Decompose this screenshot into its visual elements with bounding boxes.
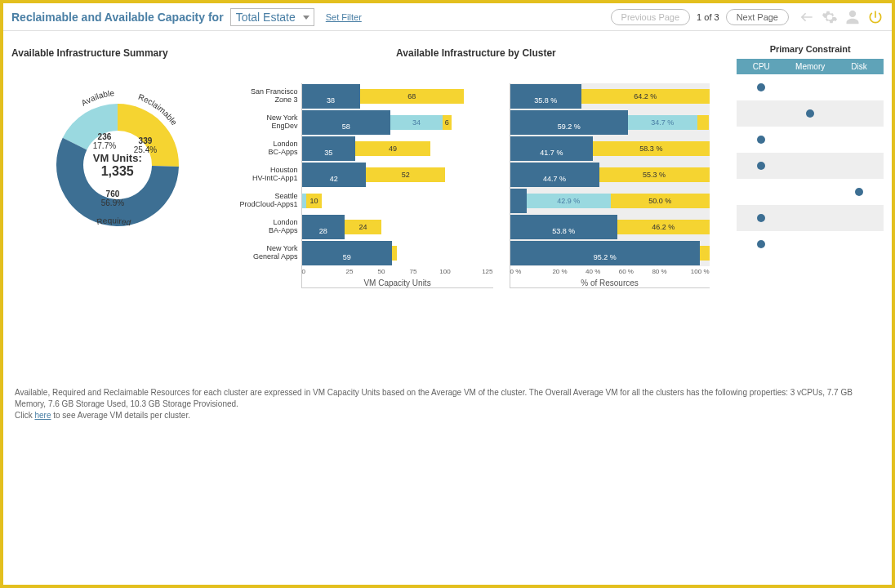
- bar-segment: 35: [302, 136, 356, 161]
- chevron-down-icon: [303, 16, 309, 20]
- footnote-line1: Available, Required and Reclaimable Reso…: [15, 388, 853, 408]
- units-bar: 3549: [302, 136, 493, 162]
- bar-segment: 42: [302, 163, 367, 187]
- bar-segment: 42.9 %: [527, 194, 611, 208]
- bar-segment: 68: [360, 89, 464, 104]
- cluster-label: LondonBC-Apps: [224, 136, 301, 162]
- power-icon[interactable]: [867, 9, 884, 25]
- constraint-row: [737, 205, 884, 231]
- units-bar: 3868: [302, 83, 493, 109]
- pct-bar: 59.2 %34.7 %: [510, 109, 710, 136]
- bar-segment: 55.3 %: [599, 167, 710, 182]
- bar-segment: 58.3 %: [593, 141, 709, 156]
- bar-segment: 53.8 %: [510, 215, 617, 239]
- header-bar: Reclaimable and Available Capacity for T…: [3, 3, 892, 31]
- constraint-col-cpu: CPU: [737, 59, 786, 74]
- constraint-row: [737, 179, 884, 205]
- constraint-dot: [757, 162, 765, 170]
- pct-bar: 53.8 %46.2 %: [510, 214, 710, 240]
- bar-segment: 58: [302, 110, 391, 135]
- page-indicator: 1 of 3: [697, 12, 719, 22]
- page-title: Reclaimable and Available Capacity for: [11, 11, 224, 24]
- back-arrow-icon[interactable]: [799, 9, 815, 25]
- constraint-row: [737, 100, 884, 127]
- bar-segment: 50.0 %: [611, 194, 710, 208]
- constraint-title: Primary Constraint: [737, 44, 884, 54]
- main-content: Available Infrastructure Summary Availab…: [3, 31, 892, 296]
- pct-bar: 95.2 %: [510, 240, 710, 266]
- estate-select-value: Total Estate: [230, 8, 314, 26]
- cluster-column: Available Infrastructure by Cluster San …: [224, 47, 729, 288]
- footnote: Available, Required and Reclaimable Reso…: [15, 387, 880, 421]
- bar-segment: 28: [302, 215, 345, 239]
- pct-bar: 35.8 %64.2 %: [510, 83, 710, 109]
- estate-select[interactable]: Total Estate: [230, 11, 314, 24]
- units-bar: 58346: [302, 109, 493, 136]
- donut-center-value: 1,335: [101, 164, 134, 179]
- constraint-row: [737, 127, 884, 153]
- bar-segment: [700, 246, 710, 261]
- units-bar: 59: [302, 240, 493, 266]
- cluster-row-labels: San FranciscoZone 3New YorkEngDevLondonB…: [224, 83, 301, 288]
- bar-segment: 46.2 %: [617, 220, 710, 234]
- axis-label: VM Capacity Units: [302, 278, 493, 287]
- constraint-cell: [737, 240, 786, 248]
- cluster-label: New YorkEngDev: [224, 109, 301, 136]
- user-icon[interactable]: [844, 9, 861, 25]
- summary-column: Available Infrastructure Summary Availab…: [11, 47, 224, 288]
- constraint-row: [737, 153, 884, 179]
- bar-segment: 44.7 %: [510, 163, 599, 187]
- constraint-dot: [757, 240, 765, 248]
- set-filter-link[interactable]: Set Filter: [326, 12, 362, 22]
- donut-slice-label: 33925.4%: [134, 136, 157, 154]
- cluster-label: New YorkGeneral Apps: [224, 240, 301, 266]
- bar-segment: 95.2 %: [510, 241, 700, 265]
- gear-icon[interactable]: [822, 9, 838, 25]
- cluster-label: HoustonHV-IntC-App1: [224, 162, 301, 188]
- constraint-rows: [737, 74, 884, 257]
- axis-label: % of Resources: [510, 278, 710, 287]
- bar-segment: 49: [355, 141, 430, 156]
- constraint-cell: [737, 83, 786, 91]
- cluster-title: Available Infrastructure by Cluster: [224, 47, 729, 59]
- cluster-label: LondonBA-Apps: [224, 214, 301, 240]
- next-page-button[interactable]: Next Page: [726, 9, 789, 25]
- bar-segment: 6: [443, 115, 452, 130]
- donut-center: VM Units: 1,335: [36, 83, 199, 247]
- constraint-cell: [737, 162, 786, 170]
- constraint-dot: [855, 188, 863, 196]
- pct-bar: 42.9 %50.0 %: [510, 188, 710, 214]
- constraint-column: Primary Constraint CPU Memory Disk: [728, 47, 884, 288]
- units-chart: 38685834635494252102824590255075100125VM…: [301, 83, 493, 288]
- units-bar: 4252: [302, 162, 493, 188]
- bar-segment: 52: [366, 167, 445, 182]
- donut-slice-label: 76056.9%: [101, 189, 124, 207]
- footnote-link[interactable]: here: [34, 411, 51, 420]
- footnote-line2b: to see Average VM details per cluster.: [51, 411, 189, 420]
- donut-chart: Available Reclaimable Required VM Units:…: [36, 83, 199, 247]
- bar-segment: 10: [306, 194, 322, 208]
- units-bar: 10: [302, 188, 493, 214]
- constraint-dot: [757, 214, 765, 222]
- bar-segment: [697, 115, 710, 130]
- constraint-dot: [806, 109, 814, 118]
- constraint-header: CPU Memory Disk: [737, 59, 884, 74]
- bar-segment: 38: [302, 84, 360, 109]
- summary-title: Available Infrastructure Summary: [11, 47, 224, 59]
- constraint-cell: [786, 109, 835, 118]
- axis: 0 %20 %40 %60 %80 %100 %: [510, 268, 710, 275]
- units-bar: 2824: [302, 214, 493, 240]
- previous-page-button[interactable]: Previous Page: [611, 9, 691, 25]
- bar-segment: 59: [302, 241, 392, 265]
- bar-segment: [392, 246, 397, 261]
- constraint-col-memory: Memory: [786, 59, 835, 74]
- constraint-dot: [757, 136, 765, 144]
- axis: 0255075100125: [302, 268, 493, 275]
- constraint-row: [737, 74, 884, 100]
- cluster-charts: San FranciscoZone 3New YorkEngDevLondonB…: [224, 83, 729, 288]
- bar-segment: 59.2 %: [510, 110, 628, 135]
- constraint-col-disk: Disk: [835, 59, 884, 74]
- pct-chart: 35.8 %64.2 %59.2 %34.7 %41.7 %58.3 %44.7…: [510, 83, 710, 288]
- constraint-row: [737, 231, 884, 257]
- cluster-label: SeattleProdCloud-Apps1: [224, 188, 301, 214]
